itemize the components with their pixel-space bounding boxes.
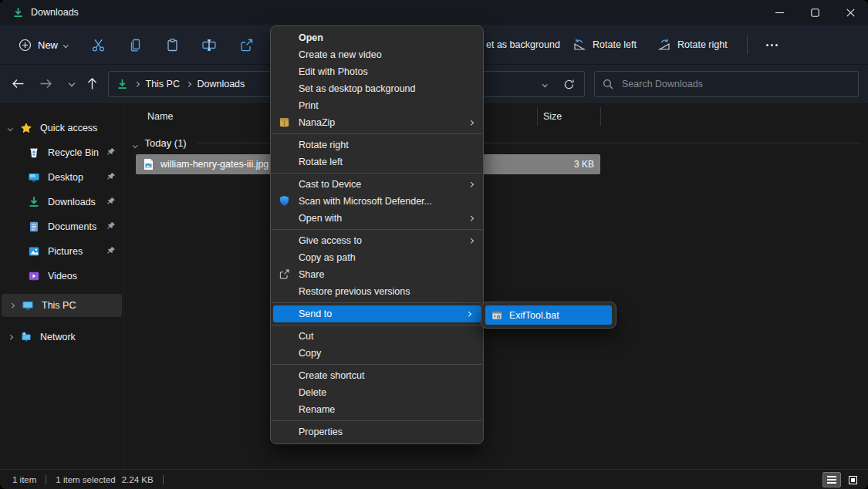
image-file-icon <box>143 158 154 170</box>
menu-separator <box>272 229 482 230</box>
pin-icon[interactable] <box>106 246 116 255</box>
menu-item-create-a-new-video[interactable]: Create a new video <box>271 46 483 63</box>
minimize-icon <box>775 8 784 17</box>
more-options-button[interactable] <box>756 31 787 59</box>
submenu-arrow-icon <box>466 312 471 316</box>
column-header-name[interactable]: Name <box>147 111 173 122</box>
back-button[interactable] <box>5 71 30 96</box>
sidebar-item-downloads[interactable]: Downloads <box>0 191 123 214</box>
set-as-background-label[interactable]: et as background <box>486 25 560 65</box>
up-button[interactable] <box>79 71 104 96</box>
address-dropdown-chevron-icon[interactable] <box>542 82 547 86</box>
expand-chevron-icon[interactable] <box>9 303 14 308</box>
new-button[interactable]: New <box>11 31 76 59</box>
search-box[interactable] <box>594 71 859 97</box>
quick-access-chevron-icon[interactable] <box>8 126 12 130</box>
menu-item-cut[interactable]: Cut <box>271 328 483 345</box>
sidebar-item-this-pc[interactable]: This PC <box>2 294 122 317</box>
submenu-item-exiftool-bat[interactable]: ExifTool.bat <box>485 305 612 325</box>
sidebar-item-label: Quick access <box>40 123 97 133</box>
pictures-icon <box>28 245 40 258</box>
menu-item-give-access-to[interactable]: Give access to <box>271 232 483 249</box>
group-chevron-icon[interactable] <box>133 143 137 147</box>
menu-item-copy-as-path[interactable]: Copy as path <box>271 249 483 266</box>
sidebar-item-network[interactable]: Network <box>0 325 123 349</box>
maximize-button[interactable] <box>797 0 833 25</box>
menu-separator <box>272 173 482 174</box>
paste-button[interactable] <box>154 31 191 59</box>
rotate-right-icon <box>657 38 671 52</box>
column-header-size[interactable]: Size <box>543 111 562 122</box>
details-view-button[interactable] <box>822 472 841 487</box>
search-input[interactable] <box>620 78 850 90</box>
rotate-right-button[interactable]: Rotate right <box>657 31 728 59</box>
menu-item-properties[interactable]: Properties <box>271 423 483 440</box>
menu-item-copy[interactable]: Copy <box>271 345 483 362</box>
sidebar-item-label: Recycle Bin <box>48 147 99 158</box>
status-bar: 1 item 1 item selected 2.24 KB <box>0 469 868 489</box>
send-to-submenu: ExifTool.bat <box>481 302 616 329</box>
sidebar-item-videos[interactable]: Videos <box>0 265 123 288</box>
pin-icon[interactable] <box>106 221 116 231</box>
rotate-left-button[interactable]: Rotate left <box>572 31 637 59</box>
group-header-today[interactable]: Today (1) <box>124 133 868 152</box>
sidebar-item-pictures[interactable]: Pictures <box>0 240 123 263</box>
menu-item-rotate-left[interactable]: Rotate left <box>271 153 483 170</box>
menu-item-delete[interactable]: Delete <box>271 384 483 401</box>
column-divider[interactable] <box>600 107 601 126</box>
close-button[interactable] <box>833 0 868 25</box>
context-menu: Open Create a new video Edit with Photos… <box>270 25 484 444</box>
menu-item-open-with[interactable]: Open with <box>271 210 483 227</box>
column-divider[interactable] <box>537 107 538 126</box>
file-name: william-henry-gates-iii.jpg <box>160 159 269 170</box>
menu-item-set-as-desktop-background[interactable]: Set as desktop background <box>271 80 483 97</box>
sidebar-item-recycle-bin[interactable]: Recycle Bin <box>0 141 123 164</box>
new-button-label: New <box>38 39 58 51</box>
cut-button[interactable] <box>79 31 117 59</box>
copy-button[interactable] <box>117 31 154 59</box>
large-icons-view-button[interactable] <box>843 472 862 487</box>
menu-item-scan-with-microsoft-defender[interactable]: Scan with Microsoft Defender... <box>271 193 483 210</box>
sidebar-item-documents[interactable]: Documents <box>0 215 123 238</box>
pin-icon[interactable] <box>106 172 116 181</box>
minimize-button[interactable] <box>762 0 797 25</box>
maximize-icon <box>811 8 819 17</box>
breadcrumb-this-pc[interactable]: This PC <box>146 79 180 89</box>
close-icon <box>846 8 855 17</box>
menu-separator <box>272 325 482 325</box>
batch-file-icon <box>491 310 502 321</box>
menu-item-rotate-right[interactable]: Rotate right <box>271 137 483 153</box>
menu-item-open[interactable]: Open <box>271 29 483 46</box>
refresh-button[interactable] <box>563 79 575 90</box>
rename-button[interactable] <box>191 31 228 59</box>
search-icon <box>603 79 613 89</box>
sidebar-item-quick-access[interactable]: Quick access <box>0 116 123 140</box>
share-button[interactable] <box>228 31 265 59</box>
menu-item-edit-with-photos[interactable]: Edit with Photos <box>271 63 483 80</box>
menu-item-send-to[interactable]: Send to <box>273 305 481 322</box>
expand-chevron-icon[interactable] <box>8 335 12 339</box>
forward-button[interactable] <box>33 71 58 96</box>
sidebar-item-desktop[interactable]: Desktop <box>0 166 123 189</box>
menu-item-share[interactable]: Share <box>271 266 483 283</box>
more-icon <box>766 44 778 46</box>
menu-item-restore-previous-versions[interactable]: Restore previous versions <box>271 283 483 300</box>
submenu-arrow-icon <box>468 238 473 243</box>
paste-icon <box>165 38 180 52</box>
submenu-arrow-icon <box>468 182 473 187</box>
breadcrumb-downloads[interactable]: Downloads <box>197 79 245 89</box>
menu-item-rename[interactable]: Rename <box>271 401 483 418</box>
sidebar-item-label: This PC <box>42 300 76 311</box>
pin-icon[interactable] <box>106 197 116 206</box>
menu-item-nanazip[interactable]: NanaZip <box>271 114 483 131</box>
menu-item-cast-to-device[interactable]: Cast to Device <box>271 176 483 193</box>
window-title: Downloads <box>31 7 79 18</box>
downloads-folder-icon <box>117 79 128 90</box>
defender-shield-icon <box>279 195 291 207</box>
rename-icon <box>201 38 217 52</box>
menu-item-print[interactable]: Print <box>271 97 483 114</box>
submenu-arrow-icon <box>468 120 473 125</box>
pin-icon[interactable] <box>106 147 116 157</box>
sidebar-item-label: Videos <box>48 271 77 282</box>
menu-item-create-shortcut[interactable]: Create shortcut <box>271 367 483 384</box>
